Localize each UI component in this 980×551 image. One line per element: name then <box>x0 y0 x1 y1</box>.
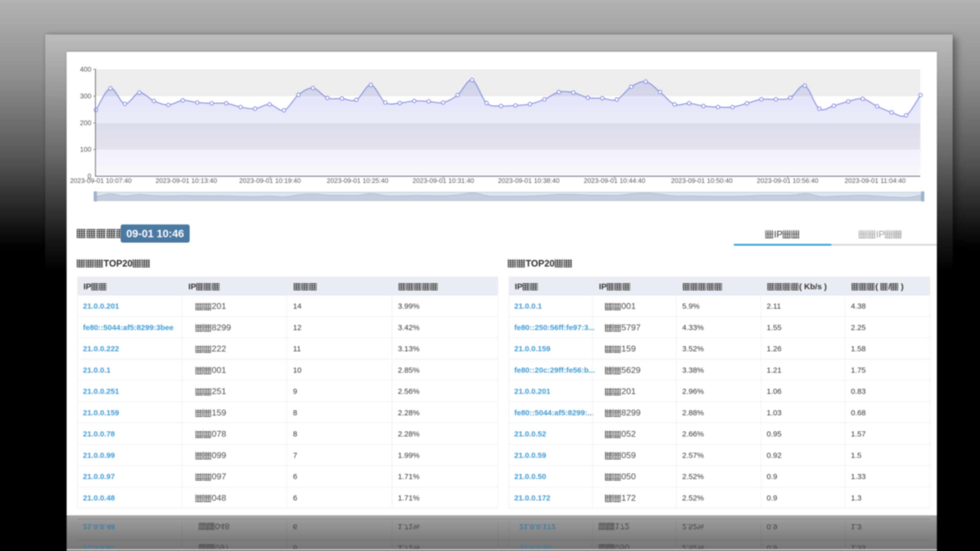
svg-text:2023-09-01 10:44:40: 2023-09-01 10:44:40 <box>584 177 645 184</box>
svg-text:2023-09-01 10:19:40: 2023-09-01 10:19:40 <box>239 177 301 184</box>
svg-text:2023-09-01 10:07:40: 2023-09-01 10:07:40 <box>70 177 131 184</box>
svg-text:2023-09-01 10:50:40: 2023-09-01 10:50:40 <box>671 177 732 184</box>
svg-text:2023-09-01 10:56:40: 2023-09-01 10:56:40 <box>757 177 818 184</box>
svg-text:2023-09-01 10:31:40: 2023-09-01 10:31:40 <box>412 177 474 184</box>
svg-text:2023-09-01 11:04:40: 2023-09-01 11:04:40 <box>845 177 906 184</box>
svg-text:2023-09-01 10:25:40: 2023-09-01 10:25:40 <box>327 177 388 184</box>
svg-text:100: 100 <box>80 146 91 153</box>
svg-text:200: 200 <box>80 119 91 127</box>
svg-text:2023-09-01 10:38:40: 2023-09-01 10:38:40 <box>498 177 559 184</box>
svg-text:300: 300 <box>80 92 91 100</box>
svg-text:2023-09-01 10:13:40: 2023-09-01 10:13:40 <box>156 177 217 184</box>
svg-text:400: 400 <box>80 65 91 73</box>
